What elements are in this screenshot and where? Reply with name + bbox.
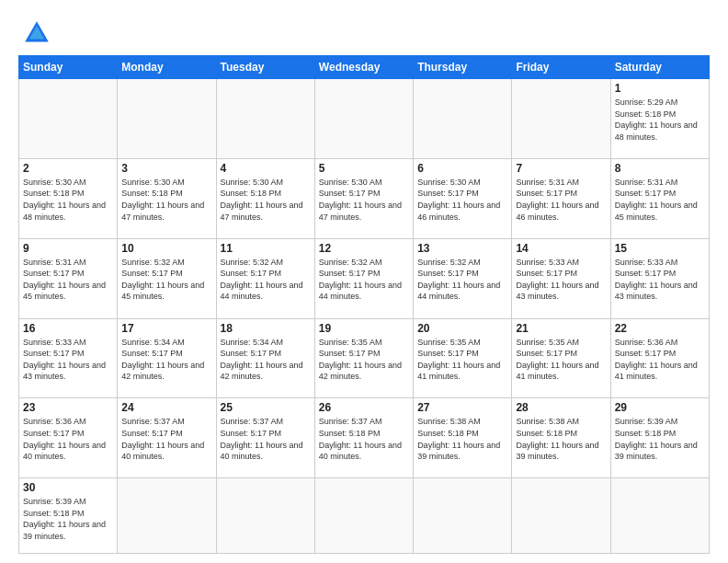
day-number: 18 — [221, 322, 311, 335]
weekday-tuesday: Tuesday — [216, 56, 314, 79]
calendar-cell: 22Sunrise: 5:36 AMSunset: 5:17 PMDayligh… — [610, 318, 709, 398]
day-info: Sunrise: 5:31 AMSunset: 5:17 PMDaylight:… — [516, 177, 606, 223]
day-number: 24 — [121, 401, 211, 414]
calendar-cell: 7Sunrise: 5:31 AMSunset: 5:17 PMDaylight… — [512, 158, 610, 238]
day-number: 15 — [615, 242, 705, 255]
day-number: 6 — [417, 162, 507, 175]
day-info: Sunrise: 5:31 AMSunset: 5:17 PMDaylight:… — [23, 257, 113, 303]
calendar-cell: 14Sunrise: 5:33 AMSunset: 5:17 PMDayligh… — [512, 238, 610, 318]
day-info: Sunrise: 5:33 AMSunset: 5:17 PMDaylight:… — [516, 257, 606, 303]
day-info: Sunrise: 5:35 AMSunset: 5:17 PMDaylight:… — [319, 337, 409, 383]
day-info: Sunrise: 5:37 AMSunset: 5:17 PMDaylight:… — [221, 416, 311, 462]
day-number: 12 — [319, 242, 409, 255]
day-info: Sunrise: 5:37 AMSunset: 5:17 PMDaylight:… — [121, 416, 211, 462]
day-number: 10 — [121, 242, 211, 255]
calendar-cell — [118, 79, 216, 159]
week-row-4: 23Sunrise: 5:36 AMSunset: 5:17 PMDayligh… — [19, 398, 710, 478]
day-number: 22 — [615, 322, 705, 335]
day-info: Sunrise: 5:30 AMSunset: 5:17 PMDaylight:… — [319, 177, 409, 223]
calendar-cell: 25Sunrise: 5:37 AMSunset: 5:17 PMDayligh… — [216, 398, 314, 478]
calendar-cell: 29Sunrise: 5:39 AMSunset: 5:18 PMDayligh… — [610, 398, 709, 478]
day-info: Sunrise: 5:31 AMSunset: 5:17 PMDaylight:… — [615, 177, 705, 223]
day-number: 19 — [319, 322, 409, 335]
weekday-thursday: Thursday — [414, 56, 512, 79]
calendar-cell: 3Sunrise: 5:30 AMSunset: 5:18 PMDaylight… — [118, 158, 216, 238]
calendar-cell: 18Sunrise: 5:34 AMSunset: 5:17 PMDayligh… — [216, 318, 314, 398]
day-info: Sunrise: 5:30 AMSunset: 5:18 PMDaylight:… — [221, 177, 311, 223]
week-row-2: 9Sunrise: 5:31 AMSunset: 5:17 PMDaylight… — [19, 238, 710, 318]
day-info: Sunrise: 5:30 AMSunset: 5:17 PMDaylight:… — [417, 177, 507, 223]
calendar-cell — [512, 79, 610, 159]
day-info: Sunrise: 5:37 AMSunset: 5:18 PMDaylight:… — [319, 416, 409, 462]
calendar-cell — [610, 478, 709, 554]
calendar-cell: 26Sunrise: 5:37 AMSunset: 5:18 PMDayligh… — [314, 398, 413, 478]
day-number: 23 — [23, 401, 113, 414]
day-number: 1 — [615, 82, 705, 95]
calendar-cell — [512, 478, 610, 554]
logo — [18, 18, 51, 48]
day-number: 3 — [121, 162, 211, 175]
day-info: Sunrise: 5:32 AMSunset: 5:17 PMDaylight:… — [417, 257, 507, 303]
weekday-wednesday: Wednesday — [314, 56, 413, 79]
day-info: Sunrise: 5:32 AMSunset: 5:17 PMDaylight:… — [121, 257, 211, 303]
day-info: Sunrise: 5:35 AMSunset: 5:17 PMDaylight:… — [417, 337, 507, 383]
day-info: Sunrise: 5:32 AMSunset: 5:17 PMDaylight:… — [221, 257, 311, 303]
calendar-cell — [314, 478, 413, 554]
week-row-0: 1Sunrise: 5:29 AMSunset: 5:18 PMDaylight… — [19, 79, 710, 159]
day-number: 4 — [221, 162, 311, 175]
logo-icon — [22, 18, 51, 48]
day-info: Sunrise: 5:29 AMSunset: 5:18 PMDaylight:… — [615, 97, 705, 143]
day-number: 17 — [121, 322, 211, 335]
calendar-cell: 21Sunrise: 5:35 AMSunset: 5:17 PMDayligh… — [512, 318, 610, 398]
day-info: Sunrise: 5:35 AMSunset: 5:17 PMDaylight:… — [516, 337, 606, 383]
day-number: 27 — [417, 401, 507, 414]
calendar-cell: 19Sunrise: 5:35 AMSunset: 5:17 PMDayligh… — [314, 318, 413, 398]
calendar-cell — [414, 79, 512, 159]
day-info: Sunrise: 5:33 AMSunset: 5:17 PMDaylight:… — [23, 337, 113, 383]
calendar-cell: 2Sunrise: 5:30 AMSunset: 5:18 PMDaylight… — [19, 158, 118, 238]
calendar-cell: 16Sunrise: 5:33 AMSunset: 5:17 PMDayligh… — [19, 318, 118, 398]
day-number: 30 — [23, 481, 113, 494]
calendar-cell — [216, 478, 314, 554]
calendar-cell — [414, 478, 512, 554]
calendar-cell: 24Sunrise: 5:37 AMSunset: 5:17 PMDayligh… — [118, 398, 216, 478]
page: SundayMondayTuesdayWednesdayThursdayFrid… — [0, 0, 728, 563]
calendar-cell: 30Sunrise: 5:39 AMSunset: 5:18 PMDayligh… — [19, 478, 118, 554]
day-info: Sunrise: 5:38 AMSunset: 5:18 PMDaylight:… — [516, 416, 606, 462]
calendar-cell: 27Sunrise: 5:38 AMSunset: 5:18 PMDayligh… — [414, 398, 512, 478]
day-number: 20 — [417, 322, 507, 335]
day-number: 21 — [516, 322, 606, 335]
day-info: Sunrise: 5:33 AMSunset: 5:17 PMDaylight:… — [615, 257, 705, 303]
calendar-cell: 8Sunrise: 5:31 AMSunset: 5:17 PMDaylight… — [610, 158, 709, 238]
day-number: 13 — [417, 242, 507, 255]
day-info: Sunrise: 5:36 AMSunset: 5:17 PMDaylight:… — [23, 416, 113, 462]
calendar-cell: 13Sunrise: 5:32 AMSunset: 5:17 PMDayligh… — [414, 238, 512, 318]
day-info: Sunrise: 5:30 AMSunset: 5:18 PMDaylight:… — [121, 177, 211, 223]
calendar-cell — [19, 79, 118, 159]
day-info: Sunrise: 5:34 AMSunset: 5:17 PMDaylight:… — [121, 337, 211, 383]
calendar-table: SundayMondayTuesdayWednesdayThursdayFrid… — [18, 55, 710, 554]
day-number: 11 — [221, 242, 311, 255]
calendar-cell: 20Sunrise: 5:35 AMSunset: 5:17 PMDayligh… — [414, 318, 512, 398]
calendar-cell — [216, 79, 314, 159]
weekday-header-row: SundayMondayTuesdayWednesdayThursdayFrid… — [19, 56, 710, 79]
day-number: 28 — [516, 401, 606, 414]
calendar-cell: 11Sunrise: 5:32 AMSunset: 5:17 PMDayligh… — [216, 238, 314, 318]
calendar-cell: 1Sunrise: 5:29 AMSunset: 5:18 PMDaylight… — [610, 79, 709, 159]
day-number: 9 — [23, 242, 113, 255]
day-number: 29 — [615, 401, 705, 414]
calendar-cell — [118, 478, 216, 554]
day-info: Sunrise: 5:36 AMSunset: 5:17 PMDaylight:… — [615, 337, 705, 383]
calendar-cell: 15Sunrise: 5:33 AMSunset: 5:17 PMDayligh… — [610, 238, 709, 318]
calendar-cell: 4Sunrise: 5:30 AMSunset: 5:18 PMDaylight… — [216, 158, 314, 238]
day-number: 7 — [516, 162, 606, 175]
day-number: 25 — [221, 401, 311, 414]
day-number: 16 — [23, 322, 113, 335]
day-info: Sunrise: 5:39 AMSunset: 5:18 PMDaylight:… — [23, 496, 113, 542]
day-number: 5 — [319, 162, 409, 175]
weekday-monday: Monday — [118, 56, 216, 79]
calendar-cell: 9Sunrise: 5:31 AMSunset: 5:17 PMDaylight… — [19, 238, 118, 318]
calendar-cell: 12Sunrise: 5:32 AMSunset: 5:17 PMDayligh… — [314, 238, 413, 318]
calendar-cell: 28Sunrise: 5:38 AMSunset: 5:18 PMDayligh… — [512, 398, 610, 478]
day-number: 26 — [319, 401, 409, 414]
